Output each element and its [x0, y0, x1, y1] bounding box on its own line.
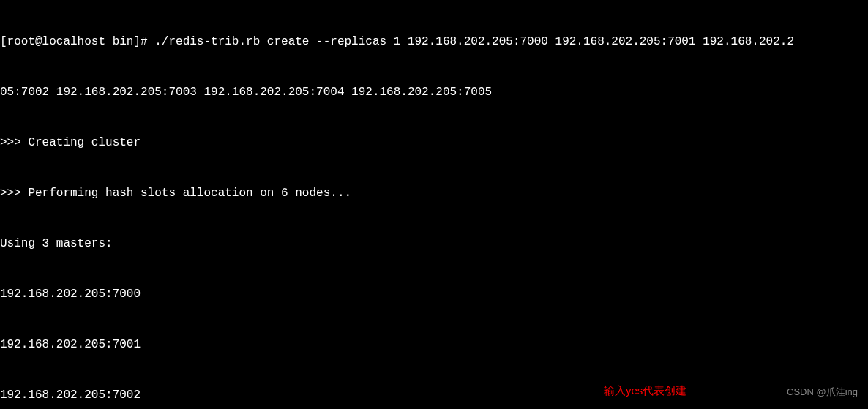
command-line-2: 05:7002 192.168.202.205:7003 192.168.202… [0, 84, 868, 101]
output-line: 192.168.202.205:7002 [0, 387, 868, 404]
output-line: 192.168.202.205:7000 [0, 286, 868, 303]
output-line: Using 3 masters: [0, 236, 868, 252]
output-line: >>> Performing hash slots allocation on … [0, 185, 868, 202]
terminal-window[interactable]: [root@localhost bin]# ./redis-trib.rb cr… [0, 0, 868, 409]
command-line-1: [root@localhost bin]# ./redis-trib.rb cr… [0, 34, 868, 50]
command-text: ./redis-trib.rb create --replicas 1 192.… [154, 35, 794, 48]
output-line: 192.168.202.205:7001 [0, 337, 868, 353]
annotation-label: 输入yes代表创建 [604, 382, 686, 399]
shell-prompt: [root@localhost bin]# [0, 35, 154, 48]
output-line: >>> Creating cluster [0, 135, 868, 151]
watermark-label: CSDN @爪洼ing [787, 383, 858, 400]
